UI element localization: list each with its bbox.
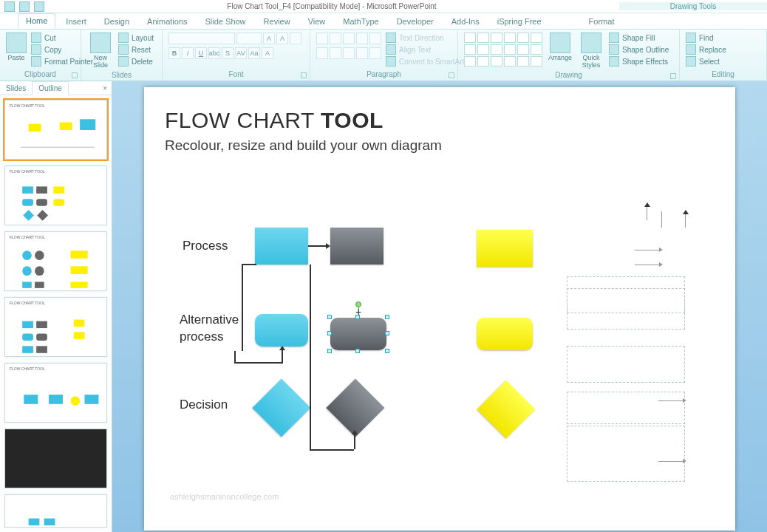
- strike-button[interactable]: abc: [208, 47, 220, 59]
- quick-access-toolbar[interactable]: [4, 1, 44, 12]
- line-spacing-icon[interactable]: [369, 33, 381, 44]
- numbering-icon[interactable]: [330, 33, 341, 44]
- tab-home[interactable]: Home: [18, 13, 55, 29]
- tiny-arrow-up-1[interactable]: [647, 204, 647, 220]
- handle-nw[interactable]: [327, 315, 332, 319]
- connector-h3[interactable]: [234, 362, 283, 364]
- tab-design[interactable]: Design: [97, 15, 137, 29]
- placeholder-4[interactable]: [567, 392, 685, 424]
- tab-insert[interactable]: Insert: [58, 15, 94, 29]
- qat-redo-icon[interactable]: [34, 1, 44, 12]
- connector-v2[interactable]: [310, 265, 311, 449]
- slide-subtitle[interactable]: Recolour, resize and build your own diag…: [165, 137, 442, 154]
- shrink-font-icon[interactable]: A: [276, 33, 288, 44]
- tab-view[interactable]: View: [301, 15, 333, 29]
- reset-button[interactable]: Reset: [118, 44, 154, 55]
- placeholder-3[interactable]: [567, 346, 685, 383]
- align-left-icon[interactable]: [316, 47, 328, 59]
- shape-process-yellow[interactable]: [477, 230, 533, 267]
- slide-thumb-7[interactable]: [4, 494, 107, 528]
- bold-button[interactable]: B: [168, 47, 180, 59]
- tab-slideshow[interactable]: Slide Show: [198, 15, 253, 29]
- connector-v3[interactable]: [234, 351, 236, 364]
- tiny-arrow-up-2[interactable]: [685, 211, 686, 228]
- handle-w[interactable]: [327, 331, 332, 335]
- shape-outline-button[interactable]: Shape Outline: [609, 44, 669, 55]
- tiny-arrow-2[interactable]: [635, 265, 661, 265]
- placeholder-5[interactable]: [567, 426, 685, 482]
- connector-v1[interactable]: [242, 264, 243, 351]
- convert-smartart-button[interactable]: Convert to SmartArt: [386, 56, 464, 66]
- shape-decision-yellow[interactable]: [477, 380, 535, 438]
- tiny-arrow-4[interactable]: [658, 461, 685, 462]
- align-right-icon[interactable]: [343, 47, 355, 59]
- slide-thumb-2[interactable]: FLOW CHART TOOL: [4, 166, 107, 225]
- tiny-arrow-1[interactable]: [635, 250, 661, 250]
- dialog-launcher-icon[interactable]: [670, 73, 676, 79]
- connector-arrow-1[interactable]: [308, 245, 329, 247]
- text-direction-button[interactable]: Text Direction: [386, 33, 464, 43]
- shape-effects-button[interactable]: Shape Effects: [609, 56, 669, 66]
- layout-button[interactable]: Layout: [118, 33, 154, 43]
- bullets-icon[interactable]: [316, 33, 328, 44]
- shape-process-cyan[interactable]: [255, 228, 308, 265]
- paste-button[interactable]: Paste: [6, 33, 27, 62]
- tiny-arrow-3[interactable]: [658, 400, 685, 401]
- change-case-button[interactable]: Aa: [248, 47, 260, 59]
- font-size-combo[interactable]: [236, 33, 262, 44]
- quick-styles-button[interactable]: Quick Styles: [578, 33, 604, 69]
- label-process[interactable]: Process: [183, 239, 228, 253]
- align-center-icon[interactable]: [330, 47, 341, 59]
- slide-thumb-5[interactable]: FLOW CHART TOOL: [4, 363, 107, 423]
- clear-format-icon[interactable]: [290, 33, 301, 44]
- font-color-button[interactable]: A: [262, 47, 273, 59]
- label-altprocess-2[interactable]: process: [180, 330, 224, 344]
- shape-fill-button[interactable]: Shape Fill: [609, 33, 669, 43]
- shadow-button[interactable]: S: [222, 47, 233, 59]
- dialog-launcher-icon[interactable]: [301, 72, 307, 78]
- justify-icon[interactable]: [356, 47, 368, 59]
- thumbnails[interactable]: FLOW CHART TOOL FLOW CHART TOOL FLOW CHA…: [0, 95, 112, 532]
- shape-altprocess-yellow[interactable]: [477, 318, 533, 350]
- slide-thumb-4[interactable]: FLOW CHART TOOL: [4, 297, 107, 357]
- connector-h1[interactable]: [242, 264, 256, 265]
- handle-se[interactable]: [385, 349, 389, 353]
- shape-altprocess-cyan[interactable]: [255, 314, 308, 347]
- qat-save-icon[interactable]: [4, 1, 15, 12]
- handle-s[interactable]: [355, 349, 360, 353]
- placeholder-2[interactable]: [567, 288, 685, 330]
- tiny-arrow-down-1[interactable]: [661, 211, 662, 228]
- connector-h2[interactable]: [310, 449, 354, 451]
- tab-animations[interactable]: Animations: [140, 15, 194, 29]
- shapes-gallery[interactable]: [464, 33, 542, 66]
- connector-arrow-up[interactable]: [354, 432, 355, 449]
- delete-button[interactable]: Delete: [118, 56, 154, 66]
- underline-button[interactable]: U: [195, 47, 207, 59]
- slide-thumb-6[interactable]: [4, 429, 107, 488]
- find-button[interactable]: Find: [686, 33, 726, 43]
- tab-slides[interactable]: Slides: [0, 82, 32, 95]
- handle-e[interactable]: [385, 331, 389, 335]
- slide-canvas[interactable]: FLOW CHART TOOL Recolour, resize and bui…: [144, 87, 735, 531]
- tab-outline[interactable]: Outline: [32, 81, 69, 95]
- shape-process-gray[interactable]: [330, 228, 384, 265]
- select-button[interactable]: Select: [686, 56, 726, 66]
- slide-thumb-1[interactable]: FLOW CHART TOOL: [4, 100, 107, 160]
- handle-ne[interactable]: [385, 315, 389, 319]
- inc-indent-icon[interactable]: [356, 33, 368, 44]
- dec-indent-icon[interactable]: [343, 33, 355, 44]
- label-decision[interactable]: Decision: [180, 398, 228, 412]
- close-pane-icon[interactable]: ×: [98, 84, 112, 92]
- label-altprocess-1[interactable]: Alternative: [180, 313, 239, 327]
- new-slide-button[interactable]: New Slide: [87, 33, 114, 69]
- char-spacing-button[interactable]: AV: [235, 47, 247, 59]
- italic-button[interactable]: I: [182, 47, 194, 59]
- grow-font-icon[interactable]: A: [263, 33, 275, 44]
- align-text-button[interactable]: Align Text: [386, 44, 464, 55]
- dialog-launcher-icon[interactable]: [449, 72, 454, 78]
- tab-ispring[interactable]: iSpring Free: [490, 15, 549, 29]
- arrange-button[interactable]: Arrange: [547, 33, 573, 62]
- replace-button[interactable]: Replace: [686, 44, 726, 55]
- handle-sw[interactable]: [327, 349, 332, 353]
- slide-thumb-3[interactable]: FLOW CHART TOOL: [4, 231, 107, 291]
